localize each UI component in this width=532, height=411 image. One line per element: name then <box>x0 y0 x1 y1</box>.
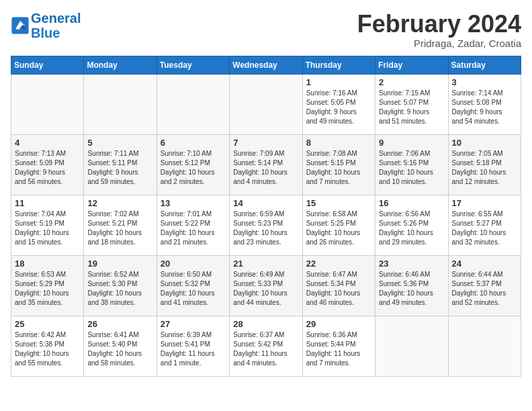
logo: General Blue <box>11 11 81 40</box>
page-header: General Blue February 2024 Pridraga, Zad… <box>11 11 521 49</box>
calendar-cell <box>157 74 229 134</box>
calendar-cell: 19Sunrise: 6:52 AM Sunset: 5:30 PM Dayli… <box>84 255 157 316</box>
day-number: 20 <box>161 259 226 269</box>
calendar-cell: 15Sunrise: 6:58 AM Sunset: 5:25 PM Dayli… <box>302 195 375 255</box>
day-number: 15 <box>306 198 371 208</box>
calendar-cell: 28Sunrise: 6:37 AM Sunset: 5:42 PM Dayli… <box>230 316 302 376</box>
calendar-cell: 23Sunrise: 6:46 AM Sunset: 5:36 PM Dayli… <box>375 255 448 316</box>
day-info: Sunrise: 7:13 AM Sunset: 5:09 PM Dayligh… <box>15 149 80 187</box>
calendar-cell: 29Sunrise: 6:36 AM Sunset: 5:44 PM Dayli… <box>302 316 375 376</box>
day-info: Sunrise: 6:37 AM Sunset: 5:42 PM Dayligh… <box>233 330 298 368</box>
location: Pridraga, Zadar, Croatia <box>357 38 521 49</box>
day-number: 19 <box>87 259 152 269</box>
day-number: 4 <box>15 138 80 148</box>
calendar-cell: 8Sunrise: 7:08 AM Sunset: 5:15 PM Daylig… <box>302 134 375 195</box>
calendar-week-row: 25Sunrise: 6:42 AM Sunset: 5:38 PM Dayli… <box>11 316 521 376</box>
day-info: Sunrise: 7:15 AM Sunset: 5:07 PM Dayligh… <box>379 89 444 126</box>
calendar-cell: 3Sunrise: 7:14 AM Sunset: 5:08 PM Daylig… <box>448 74 521 134</box>
day-info: Sunrise: 6:53 AM Sunset: 5:29 PM Dayligh… <box>15 270 80 308</box>
calendar-cell: 10Sunrise: 7:05 AM Sunset: 5:18 PM Dayli… <box>448 134 521 195</box>
calendar-cell: 5Sunrise: 7:11 AM Sunset: 5:11 PM Daylig… <box>84 134 157 195</box>
day-info: Sunrise: 6:55 AM Sunset: 5:27 PM Dayligh… <box>452 210 517 247</box>
day-number: 1 <box>306 77 371 87</box>
weekday-header: Tuesday <box>157 56 229 74</box>
day-info: Sunrise: 7:05 AM Sunset: 5:18 PM Dayligh… <box>452 149 517 187</box>
calendar-cell <box>375 316 448 376</box>
weekday-header: Wednesday <box>230 56 302 74</box>
day-info: Sunrise: 7:11 AM Sunset: 5:11 PM Dayligh… <box>87 149 152 187</box>
day-info: Sunrise: 7:06 AM Sunset: 5:16 PM Dayligh… <box>379 149 444 187</box>
calendar-header: SundayMondayTuesdayWednesdayThursdayFrid… <box>11 56 521 74</box>
day-info: Sunrise: 6:59 AM Sunset: 5:23 PM Dayligh… <box>233 210 298 247</box>
weekday-header: Monday <box>84 56 157 74</box>
day-number: 2 <box>379 77 444 87</box>
day-info: Sunrise: 6:50 AM Sunset: 5:32 PM Dayligh… <box>161 270 226 308</box>
calendar-cell: 17Sunrise: 6:55 AM Sunset: 5:27 PM Dayli… <box>448 195 521 255</box>
month-title: February 2024 <box>357 11 521 38</box>
day-number: 17 <box>452 198 517 208</box>
day-info: Sunrise: 7:02 AM Sunset: 5:21 PM Dayligh… <box>87 210 152 247</box>
title-block: February 2024 Pridraga, Zadar, Croatia <box>357 11 521 49</box>
calendar-week-row: 4Sunrise: 7:13 AM Sunset: 5:09 PM Daylig… <box>11 134 521 195</box>
logo-line1: General <box>31 11 81 26</box>
day-info: Sunrise: 6:36 AM Sunset: 5:44 PM Dayligh… <box>306 330 371 368</box>
day-number: 22 <box>306 259 371 269</box>
day-number: 13 <box>161 198 226 208</box>
day-info: Sunrise: 6:44 AM Sunset: 5:37 PM Dayligh… <box>452 270 517 308</box>
day-info: Sunrise: 6:49 AM Sunset: 5:33 PM Dayligh… <box>233 270 298 308</box>
weekday-header: Thursday <box>302 56 375 74</box>
day-info: Sunrise: 7:09 AM Sunset: 5:14 PM Dayligh… <box>233 149 298 187</box>
calendar-cell: 7Sunrise: 7:09 AM Sunset: 5:14 PM Daylig… <box>230 134 302 195</box>
day-info: Sunrise: 6:58 AM Sunset: 5:25 PM Dayligh… <box>306 210 371 247</box>
day-number: 28 <box>233 319 298 329</box>
calendar-cell: 2Sunrise: 7:15 AM Sunset: 5:07 PM Daylig… <box>375 74 448 134</box>
weekday-header: Sunday <box>11 56 84 74</box>
day-number: 6 <box>161 138 226 148</box>
day-info: Sunrise: 7:04 AM Sunset: 5:19 PM Dayligh… <box>15 210 80 247</box>
day-number: 29 <box>306 319 371 329</box>
calendar-week-row: 11Sunrise: 7:04 AM Sunset: 5:19 PM Dayli… <box>11 195 521 255</box>
day-number: 9 <box>379 138 444 148</box>
day-number: 16 <box>379 198 444 208</box>
calendar-cell: 16Sunrise: 6:56 AM Sunset: 5:26 PM Dayli… <box>375 195 448 255</box>
day-info: Sunrise: 6:56 AM Sunset: 5:26 PM Dayligh… <box>379 210 444 247</box>
calendar-cell: 26Sunrise: 6:41 AM Sunset: 5:40 PM Dayli… <box>84 316 157 376</box>
calendar-cell: 6Sunrise: 7:10 AM Sunset: 5:12 PM Daylig… <box>157 134 229 195</box>
day-number: 18 <box>15 259 80 269</box>
calendar-week-row: 18Sunrise: 6:53 AM Sunset: 5:29 PM Dayli… <box>11 255 521 316</box>
logo-icon <box>11 16 30 35</box>
day-info: Sunrise: 7:08 AM Sunset: 5:15 PM Dayligh… <box>306 149 371 187</box>
day-info: Sunrise: 6:52 AM Sunset: 5:30 PM Dayligh… <box>87 270 152 308</box>
day-number: 7 <box>233 138 298 148</box>
weekday-header: Friday <box>375 56 448 74</box>
day-number: 14 <box>233 198 298 208</box>
day-number: 8 <box>306 138 371 148</box>
calendar-cell: 1Sunrise: 7:16 AM Sunset: 5:05 PM Daylig… <box>302 74 375 134</box>
day-info: Sunrise: 7:14 AM Sunset: 5:08 PM Dayligh… <box>452 89 517 126</box>
calendar-cell: 18Sunrise: 6:53 AM Sunset: 5:29 PM Dayli… <box>11 255 84 316</box>
day-info: Sunrise: 6:41 AM Sunset: 5:40 PM Dayligh… <box>87 330 152 368</box>
header-row: SundayMondayTuesdayWednesdayThursdayFrid… <box>11 56 521 74</box>
day-info: Sunrise: 7:16 AM Sunset: 5:05 PM Dayligh… <box>306 89 371 126</box>
day-number: 11 <box>15 198 80 208</box>
day-info: Sunrise: 6:46 AM Sunset: 5:36 PM Dayligh… <box>379 270 444 308</box>
calendar-cell: 27Sunrise: 6:39 AM Sunset: 5:41 PM Dayli… <box>157 316 229 376</box>
calendar-cell: 25Sunrise: 6:42 AM Sunset: 5:38 PM Dayli… <box>11 316 84 376</box>
calendar-cell: 14Sunrise: 6:59 AM Sunset: 5:23 PM Dayli… <box>230 195 302 255</box>
weekday-header: Saturday <box>448 56 521 74</box>
day-info: Sunrise: 6:47 AM Sunset: 5:34 PM Dayligh… <box>306 270 371 308</box>
day-number: 3 <box>452 77 517 87</box>
calendar-cell: 12Sunrise: 7:02 AM Sunset: 5:21 PM Dayli… <box>84 195 157 255</box>
calendar-cell: 20Sunrise: 6:50 AM Sunset: 5:32 PM Dayli… <box>157 255 229 316</box>
day-info: Sunrise: 7:01 AM Sunset: 5:22 PM Dayligh… <box>161 210 226 247</box>
day-info: Sunrise: 7:10 AM Sunset: 5:12 PM Dayligh… <box>161 149 226 187</box>
calendar-week-row: 1Sunrise: 7:16 AM Sunset: 5:05 PM Daylig… <box>11 74 521 134</box>
logo-line2: Blue <box>31 26 60 40</box>
day-number: 26 <box>87 319 152 329</box>
calendar-cell <box>448 316 521 376</box>
day-number: 25 <box>15 319 80 329</box>
calendar-cell <box>84 74 157 134</box>
day-info: Sunrise: 6:39 AM Sunset: 5:41 PM Dayligh… <box>161 330 226 368</box>
calendar-cell <box>11 74 84 134</box>
calendar-cell: 4Sunrise: 7:13 AM Sunset: 5:09 PM Daylig… <box>11 134 84 195</box>
